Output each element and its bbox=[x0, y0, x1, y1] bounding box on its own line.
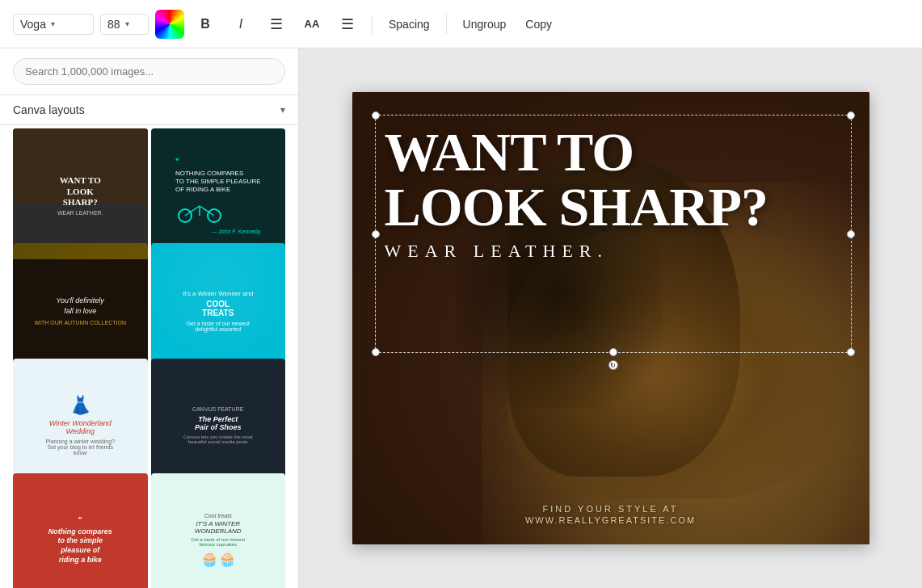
template-4-title: COOLTREATS bbox=[183, 300, 254, 317]
toolbar-divider bbox=[372, 15, 373, 34]
bold-button[interactable]: B bbox=[191, 10, 220, 39]
template-3-text: You'll definitelyfall in love bbox=[34, 296, 126, 316]
italic-button[interactable]: I bbox=[226, 10, 255, 39]
search-input[interactable] bbox=[13, 58, 285, 85]
template-6-sub: CANVUS FEATURE bbox=[183, 406, 253, 412]
template-2-text: NOTHING COMPARESTO THE SIMPLE PLEASUREOF… bbox=[175, 170, 261, 195]
main-area: Canva layouts ▾ WANT TOLOOKSHARP? WEAR L… bbox=[0, 48, 922, 588]
sidebar: Canva layouts ▾ WANT TOLOOKSHARP? WEAR L… bbox=[0, 48, 299, 588]
font-size-icon-button[interactable]: AA bbox=[297, 10, 326, 39]
canvas-area: ↻ WANT TO LOOK SHARP? WEAR LEATHER. FIND… bbox=[299, 48, 922, 588]
layouts-chevron-icon: ▾ bbox=[280, 104, 285, 116]
list-button[interactable]: ☰ bbox=[333, 10, 362, 39]
template-item-8[interactable]: Cool treats IT'S A WINTERWONDERLAND Get … bbox=[151, 473, 286, 588]
size-chevron-icon: ▾ bbox=[125, 19, 129, 28]
canvas-subheadline: WEAR LEATHER. bbox=[385, 241, 837, 262]
template-4-sub: Get a taste of our newestdelightful asso… bbox=[183, 321, 254, 332]
align-button[interactable]: ☰ bbox=[262, 10, 291, 39]
canvas-main-text: WANT TO LOOK SHARP? WEAR LEATHER. bbox=[385, 124, 837, 262]
canvas-footer-line2: WWW.REALLYGREATSITE.COM bbox=[352, 515, 869, 525]
spacing-button[interactable]: Spacing bbox=[382, 15, 436, 34]
headline-line1: WANT TO bbox=[385, 124, 837, 179]
font-name-label: Voga bbox=[20, 18, 46, 31]
template-grid: WANT TOLOOKSHARP? WEAR LEATHER. FREE " N… bbox=[0, 125, 298, 588]
template-8-text: IT'S A WINTERWONDERLAND bbox=[191, 520, 245, 535]
template-item-7[interactable]: " Nothing comparesto the simplepleasure … bbox=[13, 473, 148, 588]
layouts-header[interactable]: Canva layouts ▾ bbox=[0, 95, 298, 125]
copy-button[interactable]: Copy bbox=[519, 15, 558, 34]
toolbar: Voga ▾ 88 ▾ B I ☰ AA ☰ Spacing Ungroup C… bbox=[0, 0, 922, 48]
toolbar-divider-2 bbox=[446, 15, 447, 34]
color-picker-button[interactable] bbox=[155, 10, 184, 39]
layouts-label: Canva layouts bbox=[13, 103, 85, 116]
template-5-sub: Planning a winter wedding?Set your blog … bbox=[45, 439, 115, 456]
template-6-text: The PerfectPair of Shoes bbox=[183, 415, 253, 431]
template-1-text: WANT TOLOOKSHARP? bbox=[57, 175, 103, 208]
font-size-label: 88 bbox=[107, 18, 120, 31]
font-chevron-icon: ▾ bbox=[51, 19, 55, 28]
template-item-3[interactable]: You'll definitelyfall in love WITH OUR A… bbox=[13, 243, 148, 378]
canvas-frame[interactable]: ↻ WANT TO LOOK SHARP? WEAR LEATHER. FIND… bbox=[352, 92, 869, 544]
font-selector[interactable]: Voga ▾ bbox=[13, 14, 94, 35]
font-size-selector[interactable]: 88 ▾ bbox=[100, 14, 149, 35]
canvas-footer: FIND YOUR STYLE AT WWW.REALLYGREATSITE.C… bbox=[352, 504, 869, 525]
svg-line-2 bbox=[185, 206, 200, 216]
template-3-sub: WITH OUR AUTUMN COLLECTION bbox=[34, 320, 126, 326]
template-5-text: Winter WonderlandWedding bbox=[45, 419, 115, 435]
template-item-4[interactable]: It's a Winter Wonder and COOLTREATS Get … bbox=[151, 243, 286, 378]
canvas-footer-line1: FIND YOUR STYLE AT bbox=[352, 504, 869, 514]
canvas-headline: WANT TO LOOK SHARP? bbox=[385, 124, 837, 234]
ungroup-button[interactable]: Ungroup bbox=[457, 15, 513, 34]
headline-line2: LOOK SHARP? bbox=[385, 179, 837, 234]
template-7-text: Nothing comparesto the simplepleasure of… bbox=[48, 527, 112, 565]
search-bar bbox=[0, 48, 298, 95]
svg-line-3 bbox=[200, 206, 214, 216]
